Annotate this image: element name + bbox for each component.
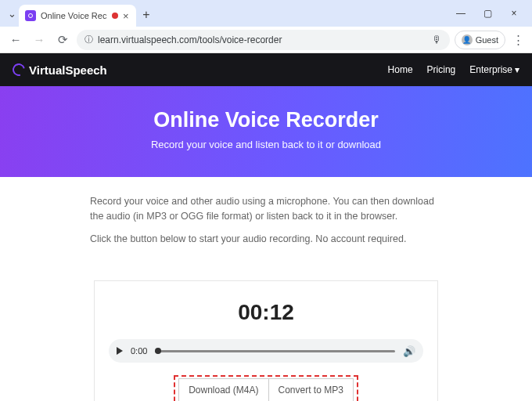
hero: Online Voice Recorder Record your voice … — [0, 86, 532, 177]
page-subtitle: Record your voice and listen back to it … — [13, 139, 519, 150]
tab-search-icon[interactable]: ⌄ — [5, 8, 19, 20]
main-nav: Home Pricing Enterprise ▾ — [388, 64, 519, 75]
favicon — [25, 10, 36, 21]
reload-button[interactable]: ⟳ — [53, 31, 72, 49]
recording-indicator-icon — [112, 13, 118, 19]
browser-chrome: ⌄ Online Voice Recorder: R × + — ▢ × ← →… — [0, 0, 532, 53]
maximize-button[interactable]: ▢ — [474, 2, 501, 24]
intro-p1: Record your voice and other audio using … — [90, 194, 442, 224]
new-tab-button[interactable]: + — [136, 8, 156, 22]
tab-title: Online Voice Recorder: R — [41, 11, 107, 20]
intro-text: Record your voice and other audio using … — [74, 177, 458, 271]
play-icon[interactable] — [117, 347, 123, 355]
close-window-button[interactable]: × — [501, 2, 527, 24]
page-title: Online Voice Recorder — [13, 108, 519, 132]
chevron-down-icon: ▾ — [515, 64, 519, 75]
url-text: learn.virtualspeech.com/tools/voice-reco… — [98, 34, 282, 45]
address-bar[interactable]: ⓘ learn.virtualspeech.com/tools/voice-re… — [77, 30, 450, 50]
back-button[interactable]: ← — [6, 31, 25, 49]
titlebar: ⌄ Online Voice Recorder: R × + — ▢ × — [0, 0, 532, 27]
forward-button[interactable]: → — [30, 31, 49, 49]
browser-tab[interactable]: Online Voice Recorder: R × — [19, 5, 136, 27]
toolbar: ← → ⟳ ⓘ learn.virtualspeech.com/tools/vo… — [0, 27, 532, 53]
audio-player[interactable]: 0:00 🔊 — [109, 339, 423, 363]
avatar-icon: 👤 — [462, 34, 473, 45]
nav-pricing[interactable]: Pricing — [427, 64, 456, 75]
profile-button[interactable]: 👤 Guest — [455, 31, 505, 49]
seek-slider[interactable] — [155, 350, 395, 352]
nav-enterprise[interactable]: Enterprise ▾ — [469, 64, 519, 75]
timer: 00:12 — [109, 300, 423, 325]
nav-home[interactable]: Home — [388, 64, 413, 75]
convert-mp3-button[interactable]: Convert to MP3 — [268, 378, 354, 401]
tab-close-icon[interactable]: × — [123, 10, 129, 22]
intro-p2: Click the button below to start your aud… — [90, 232, 442, 247]
volume-icon[interactable]: 🔊 — [403, 345, 415, 357]
download-m4a-button[interactable]: Download (M4A) — [178, 378, 268, 401]
site-info-icon[interactable]: ⓘ — [84, 34, 93, 45]
logo[interactable]: VirtualSpeech — [13, 63, 107, 77]
recorder-card: 00:12 0:00 🔊 Download (M4A) Convert to M… — [94, 280, 438, 401]
download-row: Download (M4A) Convert to MP3 — [178, 378, 354, 401]
logo-icon — [10, 61, 27, 78]
brand-name: VirtualSpeech — [29, 63, 107, 77]
download-buttons-highlight: Download (M4A) Convert to MP3 — [178, 378, 354, 401]
guest-label: Guest — [476, 35, 498, 45]
menu-button[interactable]: ⋮ — [510, 33, 526, 47]
window-controls: — ▢ × — [448, 2, 527, 24]
minimize-button[interactable]: — — [448, 2, 474, 24]
mic-icon[interactable]: 🎙 — [432, 34, 442, 45]
site-header: VirtualSpeech Home Pricing Enterprise ▾ — [0, 53, 532, 86]
audio-current-time: 0:00 — [131, 346, 147, 356]
